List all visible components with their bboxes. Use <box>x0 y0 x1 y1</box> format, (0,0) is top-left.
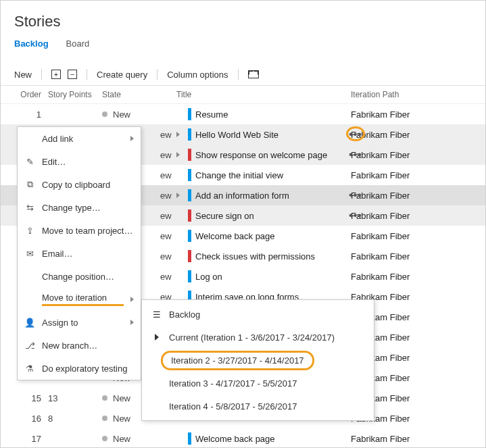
chevron-right-icon[interactable] <box>176 152 180 157</box>
table-row[interactable]: 17NewWelcome back pageFabrikam Fiber <box>1 428 485 448</box>
sub-current[interactable]: Current (Iteration 1 - 3/6/2017 - 3/24/2… <box>142 326 374 349</box>
col-state[interactable]: State <box>102 90 176 99</box>
column-options-button[interactable]: Column options <box>167 70 228 80</box>
divider <box>157 69 157 80</box>
work-item-color-bar <box>188 432 191 445</box>
triangle-right-icon <box>151 332 162 343</box>
toolbar: New + − Create query Column options <box>1 64 485 86</box>
work-item-color-bar <box>188 270 191 282</box>
collapse-icon[interactable]: − <box>68 70 77 79</box>
work-item-color-bar <box>188 108 191 120</box>
branch-icon: ⎇ <box>24 340 35 351</box>
ctx-change-type[interactable]: ⇆Change type… <box>18 196 141 219</box>
cell-story-points: 8 <box>48 414 102 424</box>
cell-title[interactable]: Change the initial view <box>176 169 345 181</box>
ellipsis-icon: ••• <box>349 190 362 201</box>
list-icon: ☰ <box>151 309 162 320</box>
col-order[interactable]: Order <box>14 90 48 99</box>
ellipsis-icon: ••• <box>349 129 362 140</box>
create-query-button[interactable]: Create query <box>97 70 147 80</box>
state-dot-icon <box>102 416 107 421</box>
mail-icon: ✉ <box>24 248 35 259</box>
state-dot-icon <box>102 436 107 441</box>
chevron-right-icon[interactable] <box>176 193 180 198</box>
cell-title[interactable]: Welcome back page <box>176 230 345 242</box>
chevron-right-icon <box>130 320 134 325</box>
cell-title[interactable]: Show response on welcome page <box>176 149 345 161</box>
cell-title[interactable]: Check issues with permissions <box>176 250 345 262</box>
table-row[interactable]: 1NewResumeFabrikam Fiber <box>1 104 485 124</box>
copy-icon: ⧉ <box>24 179 35 190</box>
col-title[interactable]: Title <box>176 90 345 99</box>
context-menu: Add link ✎Edit… ⧉Copy to clipboard ⇆Chan… <box>17 126 141 380</box>
cell-title[interactable]: Secure sign on <box>176 209 345 222</box>
cell-title[interactable]: Welcome back page <box>176 432 345 445</box>
cell-title[interactable]: Hello World Web Site <box>176 128 345 141</box>
page-title: Stories <box>14 13 472 30</box>
chevron-right-icon[interactable] <box>176 132 180 137</box>
work-item-color-bar <box>188 169 191 181</box>
cell-title[interactable]: Add an information form <box>176 189 345 201</box>
flask-icon: ⚗ <box>24 363 35 374</box>
pencil-icon: ✎ <box>24 156 35 167</box>
sub-iteration-4[interactable]: Iteration 4 - 5/8/2017 - 5/26/2017 <box>142 395 374 418</box>
cell-iteration-path: Fabrikam Fiber <box>345 434 454 444</box>
cell-title[interactable]: Log on <box>176 270 345 282</box>
ctx-assign-to[interactable]: 👤Assign to <box>18 311 141 334</box>
cell-state: New <box>102 109 176 120</box>
work-item-color-bar <box>188 230 191 242</box>
email-button[interactable] <box>248 70 259 78</box>
ctx-copy[interactable]: ⧉Copy to clipboard <box>18 173 141 196</box>
work-item-color-bar <box>188 149 191 161</box>
cell-iteration-path: Fabrikam Fiber <box>345 272 454 282</box>
cell-order: 15 <box>14 393 48 403</box>
chevron-right-icon <box>130 136 134 141</box>
chevron-right-icon <box>130 297 134 302</box>
tab-board[interactable]: Board <box>66 39 90 51</box>
cell-iteration-path: Fabrikam Fiber <box>345 109 454 120</box>
cell-title[interactable]: Resume <box>176 108 345 120</box>
sub-iteration-3[interactable]: Iteration 3 - 4/17/2017 - 5/5/2017 <box>142 372 374 395</box>
move-icon: ⇪ <box>24 225 35 236</box>
col-iteration-path[interactable]: Iteration Path <box>345 90 454 99</box>
ctx-edit[interactable]: ✎Edit… <box>18 150 141 173</box>
cell-story-points: 13 <box>48 393 102 403</box>
sub-iteration-2[interactable]: Iteration 2 - 3/27/2017 - 4/14/2017 <box>142 349 374 372</box>
tab-backlog[interactable]: Backlog <box>14 39 49 51</box>
ctx-change-position[interactable]: Change position… <box>18 265 141 288</box>
divider <box>41 69 42 80</box>
sub-backlog[interactable]: ☰Backlog <box>142 303 374 326</box>
cell-order: 1 <box>14 109 48 120</box>
cell-order: 17 <box>14 434 48 444</box>
row-actions-button[interactable]: ••• <box>347 128 364 141</box>
swap-icon: ⇆ <box>24 202 35 213</box>
work-item-color-bar <box>188 189 191 201</box>
ellipsis-icon: ••• <box>349 149 362 160</box>
cell-iteration-path: Fabrikam Fiber <box>345 170 454 180</box>
row-actions-button[interactable]: ••• <box>347 189 364 202</box>
row-actions-button[interactable]: ••• <box>347 148 364 161</box>
cell-iteration-path: Fabrikam Fiber <box>345 251 454 262</box>
work-item-color-bar <box>188 128 191 141</box>
expand-icon[interactable]: + <box>51 70 61 79</box>
ctx-email[interactable]: ✉Email… <box>18 242 141 265</box>
iteration-submenu: ☰Backlog Current (Iteration 1 - 3/6/2017… <box>141 299 374 421</box>
tabs: Backlog Board <box>14 39 472 51</box>
ctx-exploratory-testing[interactable]: ⚗Do exploratory testing <box>18 357 141 380</box>
cell-order: 16 <box>14 414 48 424</box>
ctx-new-branch[interactable]: ⎇New branch… <box>18 334 141 357</box>
work-item-color-bar <box>188 250 191 262</box>
ctx-move-to-iteration[interactable]: Move to iteration <box>18 288 141 311</box>
divider <box>238 69 239 80</box>
row-actions-button[interactable]: ••• <box>347 209 364 222</box>
state-dot-icon <box>102 111 107 117</box>
mail-icon <box>248 70 259 78</box>
cell-iteration-path: Fabrikam Fiber <box>345 231 454 241</box>
work-item-color-bar <box>188 209 191 222</box>
new-button[interactable]: New <box>14 70 32 80</box>
ctx-add-link[interactable]: Add link <box>18 127 141 150</box>
col-story-points[interactable]: Story Points <box>48 90 102 99</box>
state-dot-icon <box>102 395 107 401</box>
cell-state: New <box>102 434 176 444</box>
ctx-move-team-project[interactable]: ⇪Move to team project… <box>18 219 141 242</box>
